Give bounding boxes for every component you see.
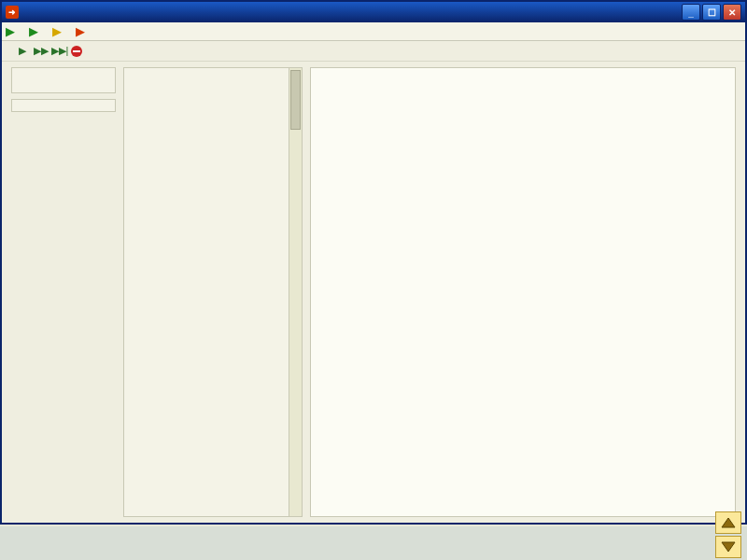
- skip-icon[interactable]: ▶▶|: [52, 44, 67, 59]
- title-bar: ➜ _ ☐ ✕: [2, 2, 745, 22]
- commands-panel: [11, 67, 116, 93]
- menu-help[interactable]: ▶: [76, 25, 88, 37]
- stop-icon[interactable]: [71, 46, 82, 57]
- scroll-thumb[interactable]: [290, 70, 301, 130]
- menu-dev[interactable]: ▶: [29, 25, 41, 37]
- triangle-up-icon: [721, 517, 736, 525]
- menu-bar: ▶ ▶ ▶ ▶: [2, 22, 745, 41]
- minimize-button[interactable]: _: [682, 4, 700, 21]
- nav-up-button[interactable]: [715, 511, 741, 525]
- play-icon[interactable]: ▶: [15, 44, 30, 59]
- toolbar: ▶ ▶▶ ▶▶|: [2, 41, 745, 62]
- fast-forward-icon[interactable]: ▶▶: [34, 44, 49, 59]
- stats-panel: [11, 99, 116, 112]
- ctrl-title: [16, 83, 111, 89]
- app-icon: ➜: [6, 6, 19, 19]
- maximize-button[interactable]: ☐: [702, 4, 721, 21]
- svg-marker-0: [722, 518, 735, 525]
- code-editor[interactable]: [123, 67, 289, 517]
- execution-canvas: [310, 67, 736, 517]
- code-scrollbar[interactable]: [289, 67, 303, 517]
- close-button[interactable]: ✕: [723, 4, 741, 21]
- menu-start[interactable]: ▶: [6, 25, 18, 37]
- menu-debug[interactable]: ▶: [52, 25, 64, 37]
